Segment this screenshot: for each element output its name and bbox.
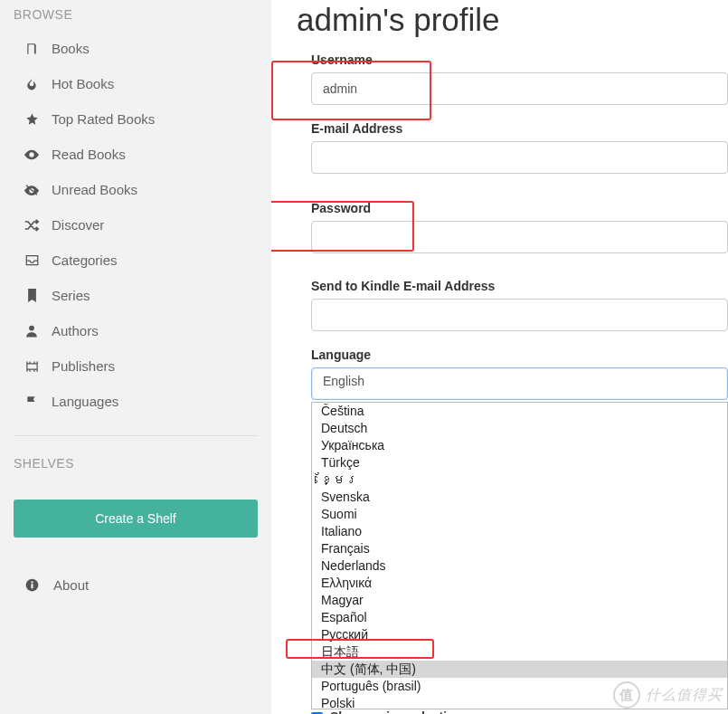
nav-label: Series <box>52 288 90 303</box>
create-shelf-button[interactable]: Create a Shelf <box>14 500 258 538</box>
language-option[interactable]: Italiano <box>312 523 727 540</box>
language-option[interactable]: Čeština <box>312 403 727 420</box>
nav-label: Top Rated Books <box>52 111 155 127</box>
watermark: 值 什么值得买 <box>613 681 723 709</box>
language-option[interactable]: Español <box>312 609 727 626</box>
language-option[interactable]: Türkçe <box>312 454 727 471</box>
divider <box>14 435 258 436</box>
browse-nav-list: Books Hot Books Top Rated Books Read Boo… <box>14 31 258 419</box>
kindle-label: Send to Kindle E-mail Address <box>311 279 728 293</box>
language-group: Language <box>297 347 728 362</box>
inbox-icon <box>23 254 41 266</box>
kindle-input[interactable] <box>311 299 728 331</box>
language-option[interactable]: Ελληνικά <box>312 575 727 592</box>
password-input[interactable] <box>311 221 728 253</box>
book-icon <box>23 43 41 55</box>
username-input[interactable] <box>311 72 728 105</box>
watermark-text: 什么值得买 <box>646 686 723 705</box>
nav-item-unread-books[interactable]: Unread Books <box>14 172 258 207</box>
email-label: E-mail Address <box>311 121 728 136</box>
nav-label: Authors <box>52 323 99 338</box>
language-option[interactable]: Suomi <box>312 506 727 523</box>
nav-item-hot-books[interactable]: Hot Books <box>14 66 258 101</box>
nav-item-discover[interactable]: Discover <box>14 207 258 243</box>
fire-icon <box>23 77 41 91</box>
nav-label: Languages <box>52 394 118 409</box>
nav-item-authors[interactable]: Authors <box>14 313 258 348</box>
star-icon <box>23 112 41 126</box>
svg-point-2 <box>31 581 33 583</box>
about-link[interactable]: About <box>14 568 258 602</box>
sidebar: BROWSE Books Hot Books Top Rated Books R… <box>0 0 271 714</box>
email-input[interactable] <box>311 141 728 174</box>
language-option[interactable]: Nederlands <box>312 557 727 575</box>
eye-slash-icon <box>23 184 41 196</box>
svg-rect-3 <box>31 584 33 588</box>
password-group: Password <box>297 201 728 253</box>
nav-label: Unread Books <box>52 182 137 197</box>
language-select-wrapper: English ČeštinaDeutschУкраїнськаTürkçeខ្… <box>297 367 728 400</box>
username-group: Username <box>297 52 728 105</box>
language-option[interactable]: Svenska <box>312 489 727 506</box>
svg-point-0 <box>29 326 34 331</box>
nav-item-languages[interactable]: Languages <box>14 384 258 419</box>
language-label: Language <box>311 347 728 362</box>
random-icon <box>23 219 41 232</box>
bookmark-icon <box>23 289 41 302</box>
language-select[interactable]: English <box>311 367 728 400</box>
nav-item-categories[interactable]: Categories <box>14 243 258 278</box>
email-group: E-mail Address <box>297 121 728 174</box>
language-option[interactable]: Magyar <box>312 592 727 609</box>
browse-heading: BROWSE <box>14 7 258 31</box>
nav-label: Hot Books <box>52 76 114 91</box>
main-content: admin's profile Username E-mail Address … <box>271 0 728 714</box>
kindle-group: Send to Kindle E-mail Address <box>297 279 728 331</box>
language-option[interactable]: ខ្មែរ <box>312 471 727 489</box>
eye-icon <box>23 149 41 160</box>
nav-item-top-rated[interactable]: Top Rated Books <box>14 101 258 137</box>
username-label: Username <box>311 52 728 67</box>
page-title: admin's profile <box>297 2 728 38</box>
nav-item-publishers[interactable]: Publishers <box>14 348 258 384</box>
nav-label: Read Books <box>52 147 126 162</box>
nav-label: Books <box>52 41 90 56</box>
flag-icon <box>23 395 41 408</box>
language-option[interactable]: Українська <box>312 437 727 454</box>
language-option[interactable]: 中文 (简体, 中国) <box>312 661 727 678</box>
shelves-heading: SHELVES <box>14 456 258 480</box>
language-option[interactable]: Русский <box>312 626 727 643</box>
language-option[interactable]: Français <box>312 540 727 557</box>
nav-label: Categories <box>52 252 118 268</box>
language-option[interactable]: 日本語 <box>312 643 727 661</box>
language-options-list: ČeštinaDeutschУкраїнськаTürkçeខ្មែរSvens… <box>311 402 728 709</box>
nav-item-read-books[interactable]: Read Books <box>14 137 258 172</box>
nav-label: Discover <box>52 217 104 233</box>
info-icon <box>23 578 41 592</box>
password-label: Password <box>311 201 728 215</box>
about-label: About <box>53 577 89 593</box>
nav-item-books[interactable]: Books <box>14 31 258 66</box>
watermark-badge-icon: 值 <box>613 681 640 709</box>
user-icon <box>23 324 41 338</box>
publisher-icon <box>23 360 41 373</box>
nav-label: Publishers <box>52 358 115 374</box>
language-option[interactable]: Deutsch <box>312 420 727 437</box>
nav-item-series[interactable]: Series <box>14 278 258 313</box>
